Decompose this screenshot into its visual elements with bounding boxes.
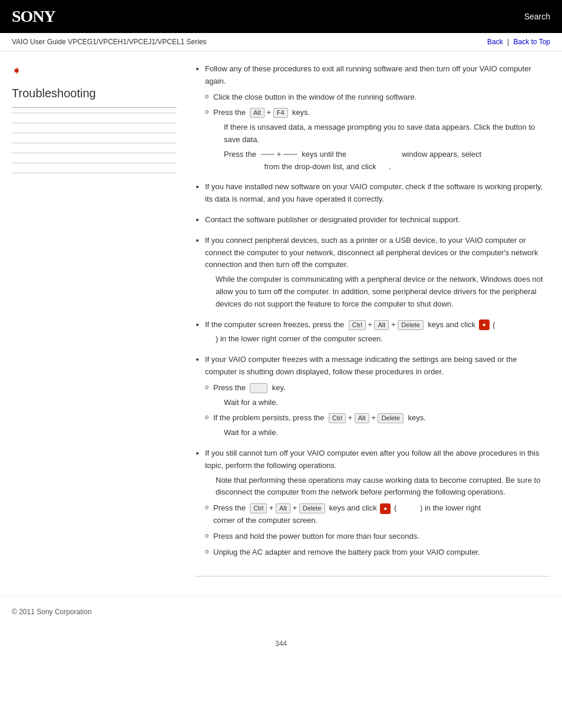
bullet-6-text: If your VAIO computer freezes with a mes… — [205, 355, 517, 376]
del-key-5: Delete — [398, 320, 424, 330]
bullet-3-text: Contact the software publisher or design… — [205, 215, 460, 224]
sub-7b: Press and hold the power button for more… — [213, 531, 550, 543]
bullet-2-text: If you have installed new software on yo… — [205, 182, 543, 203]
main-list: Follow any of these procedures to exit a… — [194, 63, 550, 558]
sub-6a: Press the key. Wait for a while. — [213, 382, 550, 409]
sub-1a: Click the close button in the window of … — [213, 91, 550, 104]
bullet-4-note: While the computer is communicating with… — [216, 274, 550, 310]
ctrl-key-7a: Ctrl — [250, 503, 267, 513]
sidebar-item-1[interactable] — [12, 113, 177, 123]
ctrl-key-6b: Ctrl — [329, 413, 346, 423]
sub-7a: Press the Ctrl + Alt + Delete keys and c… — [213, 502, 550, 527]
bullet-7-text: If you still cannot turn off your VAIO c… — [205, 449, 540, 470]
sub-list-6: Press the key. Wait for a while. If the … — [205, 382, 550, 439]
f4-key: F4 — [273, 108, 288, 118]
del-key-7a: Delete — [299, 503, 325, 513]
main-container: ➧ Troubleshooting Follow any of these pr… — [0, 51, 562, 595]
sidebar-item-2[interactable] — [12, 123, 177, 133]
search-button[interactable]: Search — [524, 12, 550, 21]
sub-1a-text: Click the close button in the window of … — [213, 93, 416, 101]
bullet-3: Contact the software publisher or design… — [205, 214, 550, 226]
sub-7c: Unplug the AC adapter and remove the bat… — [213, 546, 550, 559]
alt-key-6b: Alt — [355, 413, 369, 423]
sidebar-divider-top — [12, 107, 177, 108]
alt-key-7a: Alt — [276, 503, 290, 513]
sub-list-1: Click the close button in the window of … — [205, 91, 550, 173]
key-blank1 — [260, 154, 275, 155]
bullet-4: If you connect peripheral devices, such … — [205, 235, 550, 311]
bullet-7-note: Note that performing these operations ma… — [216, 475, 550, 499]
sidebar-title: Troubleshooting — [12, 87, 177, 100]
sidebar-item-3[interactable] — [12, 133, 177, 143]
ctrl-key-5: Ctrl — [349, 320, 366, 330]
breadcrumb: VAIO User Guide VPCEG1/VPCEH1/VPCEJ1/VPC… — [12, 38, 207, 46]
bullet-1-text: Follow any of these procedures to exit a… — [205, 64, 531, 85]
back-link[interactable]: Back — [487, 38, 503, 46]
copyright: © 2011 Sony Corporation — [0, 595, 562, 628]
sub-7b-text: Press and hold the power button for more… — [213, 532, 419, 541]
page-header: SONY Search — [0, 0, 562, 33]
sidebar-item-7[interactable] — [12, 173, 177, 183]
sidebar-item-6[interactable] — [12, 163, 177, 173]
key-blank-6a — [250, 383, 267, 393]
content-footer — [194, 576, 550, 584]
bullet-5b: ) in the lower right corner of the compu… — [216, 333, 550, 345]
power-icon-2: ● — [380, 503, 391, 514]
sub-6a-note: Wait for a while. — [224, 397, 550, 409]
content-area: Follow any of these procedures to exit a… — [194, 63, 550, 584]
sub-1b-note: If there is unsaved data, a message prom… — [224, 121, 550, 146]
bullet-4-text: If you connect peripheral devices, such … — [205, 236, 538, 269]
nav-separator: | — [507, 38, 511, 46]
bullet-5: If the computer screen freezes, press th… — [205, 319, 550, 346]
page-number: 344 — [275, 640, 287, 648]
sidebar-arrow-icon: ➧ — [12, 63, 177, 77]
copyright-text: © 2011 Sony Corporation — [12, 608, 92, 616]
nav-bar: VAIO User Guide VPCEG1/VPCEH1/VPCEJ1/VPC… — [0, 33, 562, 51]
key-blank2 — [283, 154, 297, 155]
page-footer: 344 — [0, 628, 562, 660]
sub-list-7: Press the Ctrl + Alt + Delete keys and c… — [205, 502, 550, 558]
back-to-top-link[interactable]: Back to Top — [514, 38, 550, 46]
alt-key-5: Alt — [374, 320, 389, 330]
sidebar: ➧ Troubleshooting — [12, 63, 177, 584]
bullet-7: If you still cannot turn off your VAIO c… — [205, 447, 550, 558]
sidebar-item-4[interactable] — [12, 143, 177, 153]
sub-1b: Press the Alt + F4 keys. If there is uns… — [213, 107, 550, 173]
sub-6b-note: Wait for a while. — [224, 427, 550, 439]
bullet-1: Follow any of these procedures to exit a… — [205, 63, 550, 173]
bullet-2: If you have installed new software on yo… — [205, 181, 550, 206]
sub-7c-text: Unplug the AC adapter and remove the bat… — [213, 548, 480, 556]
power-icon-1: ● — [479, 319, 490, 330]
sub-6b: If the problem persists, press the Ctrl … — [213, 412, 550, 439]
sub-1b-note2: Press the + keys until the window appear… — [224, 149, 550, 173]
nav-links: Back | Back to Top — [487, 38, 550, 46]
alt-key: Alt — [250, 108, 265, 118]
del-key-6b: Delete — [378, 413, 404, 423]
sidebar-item-5[interactable] — [12, 153, 177, 163]
bullet-6: If your VAIO computer freezes with a mes… — [205, 354, 550, 439]
sony-logo: SONY — [12, 7, 55, 26]
